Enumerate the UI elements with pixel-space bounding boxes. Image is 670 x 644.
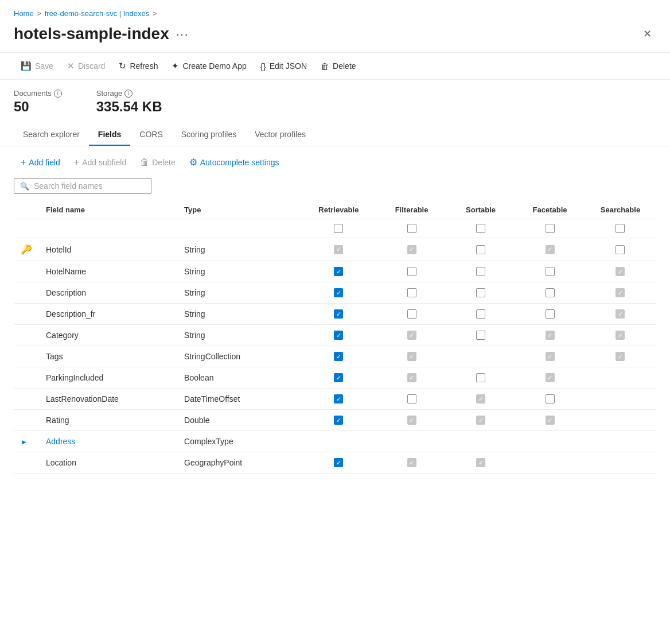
field-name-cell: Tags: [39, 346, 177, 367]
create-demo-app-button[interactable]: ✦ Create Demo App: [165, 57, 253, 75]
checkbox-checked-blue[interactable]: [334, 394, 343, 404]
checkbox-checked-gray[interactable]: [407, 458, 416, 467]
checkbox-checked-gray[interactable]: [546, 352, 555, 361]
checkbox-empty[interactable]: [407, 267, 416, 276]
documents-info-icon[interactable]: i: [54, 90, 62, 98]
select-all-retrievable[interactable]: [334, 224, 343, 233]
field-search-box[interactable]: 🔍: [14, 178, 151, 194]
checkbox-empty[interactable]: [476, 331, 485, 340]
col-header-type: Type: [177, 201, 300, 219]
checkbox-empty[interactable]: [546, 309, 555, 319]
more-options-button[interactable]: ···: [176, 28, 189, 41]
checkbox-checked-gray[interactable]: [546, 373, 555, 382]
delete-field-button[interactable]: 🗑 Delete: [133, 154, 182, 171]
checkbox-empty[interactable]: [407, 394, 416, 404]
checkbox-checked-blue[interactable]: [334, 416, 343, 425]
checkbox-checked-gray[interactable]: [407, 331, 416, 340]
checkbox-checked-blue[interactable]: [334, 267, 343, 276]
tab-scoring-profiles[interactable]: Scoring profiles: [172, 124, 246, 146]
edit-json-button[interactable]: {} Edit JSON: [254, 58, 314, 75]
checkbox-checked-gray[interactable]: [616, 331, 625, 340]
checkbox-checked-gray[interactable]: [616, 267, 625, 276]
key-icon-cell: 🔑: [14, 238, 39, 261]
delete-button[interactable]: 🗑 Delete: [314, 58, 363, 75]
checkbox-checked-gray[interactable]: [476, 394, 485, 404]
checkbox-checked-gray[interactable]: [334, 245, 343, 254]
breadcrumb-service[interactable]: free-demo-search-svc | Indexes: [45, 9, 150, 18]
documents-value: 50: [14, 99, 62, 115]
checkbox-checked-blue[interactable]: [334, 352, 343, 361]
select-all-searchable[interactable]: [616, 224, 625, 233]
storage-value: 335.54 KB: [96, 99, 162, 115]
field-name-cell: HotelName: [39, 261, 177, 282]
field-sortable-cell: [446, 238, 516, 261]
checkbox-empty[interactable]: [476, 373, 485, 382]
refresh-button[interactable]: ↻ Refresh: [112, 57, 165, 75]
field-searchable-cell: [585, 282, 656, 304]
checkbox-empty[interactable]: [476, 288, 485, 297]
field-retrievable-cell: [300, 431, 377, 452]
key-icon: 🔑: [21, 245, 32, 254]
select-all-sortable[interactable]: [476, 224, 485, 233]
checkbox-checked-gray[interactable]: [546, 416, 555, 425]
checkbox-empty[interactable]: [616, 245, 625, 254]
checkbox-empty[interactable]: [546, 288, 555, 297]
breadcrumb-home[interactable]: Home: [14, 9, 34, 18]
tab-search-explorer[interactable]: Search explorer: [14, 124, 89, 146]
checkbox-checked-blue[interactable]: [334, 458, 343, 467]
checkbox-checked-gray[interactable]: [407, 352, 416, 361]
tab-vector-profiles[interactable]: Vector profiles: [246, 124, 315, 146]
autocomplete-icon: ⚙: [189, 157, 197, 168]
checkbox-checked-gray[interactable]: [616, 352, 625, 361]
save-button[interactable]: 💾 Save: [14, 57, 60, 75]
empty-icon-cell: [14, 282, 39, 304]
checkbox-checked-gray[interactable]: [407, 373, 416, 382]
checkbox-checked-gray[interactable]: [616, 309, 625, 319]
checkbox-empty[interactable]: [476, 267, 485, 276]
search-field-names-input[interactable]: [34, 181, 145, 191]
checkbox-checked-gray[interactable]: [407, 245, 416, 254]
checkbox-empty[interactable]: [476, 245, 485, 254]
checkbox-checked-blue[interactable]: [334, 309, 343, 319]
empty-icon-cell: [14, 325, 39, 346]
tab-fields[interactable]: Fields: [89, 124, 130, 146]
table-row: Tags StringCollection: [14, 346, 656, 367]
checkbox-checked-gray[interactable]: [476, 458, 485, 467]
checkbox-checked-gray[interactable]: [476, 416, 485, 425]
checkbox-empty[interactable]: [546, 394, 555, 404]
table-row: 🔑 HotelId String: [14, 238, 656, 261]
checkbox-checked-blue[interactable]: [334, 373, 343, 382]
checkbox-empty[interactable]: [407, 309, 416, 319]
field-type-cell: String: [177, 238, 300, 261]
add-subfield-button[interactable]: + Add subfield: [67, 154, 133, 171]
tab-cors[interactable]: CORS: [130, 124, 172, 146]
empty-icon-cell: [14, 346, 39, 367]
select-all-facetable[interactable]: [546, 224, 555, 233]
checkbox-checked-gray[interactable]: [546, 245, 555, 254]
tabs: Search explorer Fields CORS Scoring prof…: [0, 124, 670, 146]
checkbox-empty[interactable]: [476, 309, 485, 319]
storage-info-icon[interactable]: i: [124, 90, 133, 98]
field-searchable-cell: [585, 325, 656, 346]
delete-field-icon: 🗑: [140, 157, 149, 168]
edit-json-icon: {}: [260, 61, 266, 71]
checkbox-empty[interactable]: [546, 267, 555, 276]
add-field-button[interactable]: + Add field: [14, 154, 67, 171]
checkbox-checked-gray[interactable]: [546, 331, 555, 340]
field-type-cell: Boolean: [177, 367, 300, 389]
field-searchable-cell: [585, 389, 656, 410]
checkbox-checked-blue[interactable]: [334, 288, 343, 297]
select-all-filterable[interactable]: [407, 224, 416, 233]
close-button[interactable]: ✕: [638, 25, 656, 42]
field-retrievable-cell: [300, 304, 377, 325]
empty-icon-cell: [14, 304, 39, 325]
field-facetable-cell: [515, 238, 585, 261]
expand-icon[interactable]: ►: [21, 438, 28, 446]
checkbox-empty[interactable]: [407, 288, 416, 297]
checkbox-checked-gray[interactable]: [407, 416, 416, 425]
checkbox-checked-blue[interactable]: [334, 331, 343, 340]
discard-button[interactable]: ✕ Discard: [60, 57, 112, 75]
field-type-cell: String: [177, 261, 300, 282]
checkbox-checked-gray[interactable]: [616, 288, 625, 297]
autocomplete-settings-button[interactable]: ⚙ Autocomplete settings: [182, 153, 286, 171]
